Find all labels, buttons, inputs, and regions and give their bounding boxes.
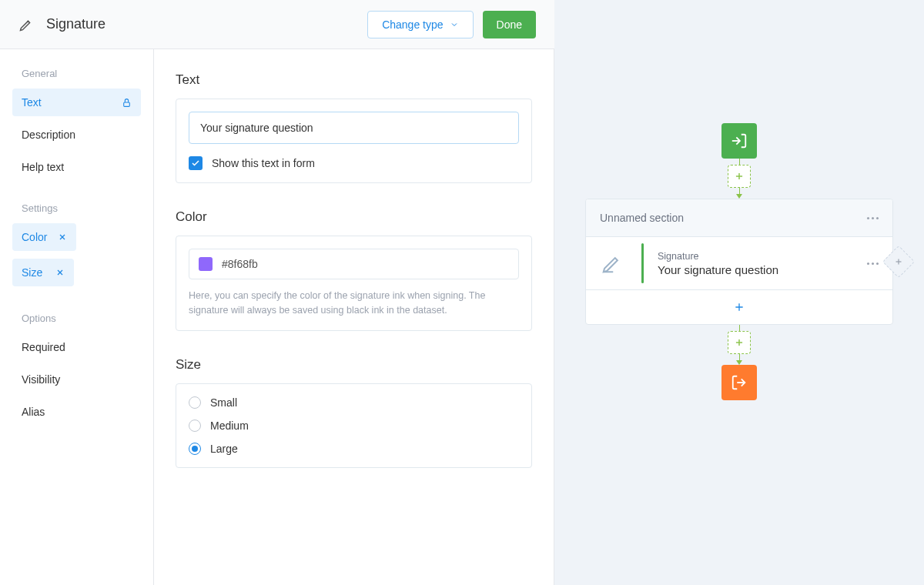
- color-swatch: [199, 257, 213, 271]
- field-type-label: Signature: [658, 251, 853, 262]
- signature-icon: [597, 248, 628, 279]
- sidebar-item-visibility[interactable]: Visibility: [12, 366, 141, 393]
- exit-icon: [731, 374, 748, 391]
- size-option-label: Medium: [210, 420, 249, 432]
- sidebar-group-settings: Settings: [12, 202, 141, 214]
- enter-icon: [731, 132, 748, 149]
- color-picker[interactable]: #8f68fb: [189, 249, 519, 279]
- section-menu-button[interactable]: [867, 217, 879, 219]
- color-help-text: Here, you can specify the color of the s…: [189, 289, 519, 318]
- question-text-input[interactable]: [189, 112, 519, 144]
- plus-icon: [734, 337, 745, 348]
- sidebar-item-text[interactable]: Text: [12, 89, 141, 116]
- change-type-button[interactable]: Change type: [367, 11, 473, 38]
- field-row-signature[interactable]: Signature Your signature question: [586, 237, 892, 290]
- size-section-title: Size: [176, 357, 532, 373]
- flow-end-node[interactable]: [721, 365, 757, 400]
- field-accent: [641, 243, 644, 283]
- sidebar-item-color[interactable]: Color: [12, 223, 76, 251]
- flow-add-button[interactable]: [728, 331, 751, 354]
- change-type-label: Change type: [382, 18, 443, 31]
- editor-header: Signature Change type Done: [0, 0, 554, 49]
- section-card: Unnamed section Signature Your signature…: [585, 199, 893, 325]
- signature-icon: [18, 17, 34, 32]
- color-value: #8f68fb: [222, 258, 258, 270]
- sidebar-item-label: Help text: [22, 161, 64, 173]
- sidebar-item-label: Size: [22, 266, 42, 279]
- sidebar-item-size[interactable]: Size: [12, 259, 74, 286]
- sidebar-item-alias[interactable]: Alias: [12, 398, 141, 426]
- section-add-field-button[interactable]: [586, 290, 892, 324]
- size-option-label: Small: [210, 396, 237, 409]
- remove-icon[interactable]: [55, 268, 65, 277]
- sidebar-item-label: Required: [22, 341, 65, 353]
- sidebar: General Text Description Help text Setti…: [0, 49, 154, 585]
- sidebar-item-description[interactable]: Description: [12, 121, 141, 149]
- main-panel: Text Show this text in form Color: [154, 49, 554, 585]
- size-option-label: Large: [210, 443, 238, 455]
- radio-icon: [189, 396, 201, 409]
- size-option-small[interactable]: Small: [189, 396, 519, 409]
- field-menu-button[interactable]: [867, 262, 879, 265]
- field-question-label: Your signature question: [658, 263, 853, 276]
- sidebar-item-label: Color: [22, 231, 47, 243]
- done-button[interactable]: Done: [483, 11, 536, 38]
- sidebar-group-options: Options: [12, 313, 141, 324]
- size-option-medium[interactable]: Medium: [189, 420, 519, 432]
- flow-start-node[interactable]: [721, 123, 757, 159]
- sidebar-item-help-text[interactable]: Help text: [12, 153, 141, 181]
- remove-icon[interactable]: [58, 232, 67, 242]
- plus-icon: [733, 301, 745, 313]
- show-text-label: Show this text in form: [212, 157, 315, 169]
- section-title: Unnamed section: [600, 212, 684, 224]
- sidebar-item-label: Description: [22, 129, 75, 141]
- radio-icon: [189, 443, 201, 455]
- sidebar-item-label: Visibility: [22, 373, 60, 386]
- radio-icon: [189, 420, 201, 432]
- size-option-large[interactable]: Large: [189, 443, 519, 455]
- sidebar-group-general: General: [12, 68, 141, 79]
- sidebar-item-label: Alias: [22, 406, 45, 418]
- sidebar-item-label: Text: [22, 96, 42, 109]
- svg-rect-0: [124, 102, 130, 105]
- show-text-checkbox[interactable]: [189, 156, 203, 170]
- page-title: Signature: [46, 16, 367, 32]
- chevron-down-icon: [450, 20, 459, 29]
- lock-icon: [122, 98, 132, 108]
- color-section-title: Color: [176, 209, 532, 225]
- sidebar-item-required[interactable]: Required: [12, 333, 141, 361]
- flow-add-button[interactable]: [728, 165, 751, 188]
- flow-preview: Unnamed section Signature Your signature…: [554, 0, 924, 585]
- plus-icon: [894, 257, 903, 266]
- text-section-title: Text: [176, 72, 532, 88]
- plus-icon: [734, 171, 745, 182]
